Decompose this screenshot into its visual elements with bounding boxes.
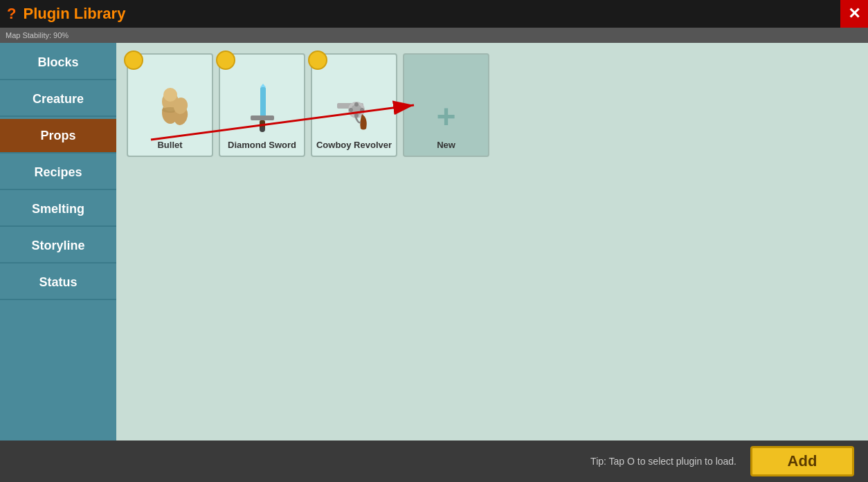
- main-layout: Blocks Creature Props Recipes Smelting S…: [0, 43, 868, 441]
- sidebar-item-storyline[interactable]: Storyline: [0, 229, 116, 263]
- breadcrumb-bar: Map Stability: 90%: [0, 28, 868, 43]
- diamond-sword-label: Diamond Sword: [228, 140, 296, 150]
- plus-icon: +: [436, 98, 455, 136]
- breadcrumb: Map Stability: 90%: [6, 31, 69, 39]
- sidebar-item-recipes[interactable]: Recipes: [0, 156, 116, 190]
- bottom-bar: Tip: Tap O to select plugin to load. Add: [0, 441, 868, 482]
- plugin-grid: Bullet: [127, 53, 858, 157]
- cowboy-revolver-badge: [308, 50, 327, 70]
- content-area: Bullet: [116, 43, 868, 441]
- svg-point-14: [354, 102, 359, 106]
- plugin-card-cowboy-revolver[interactable]: Cowboy Revolver: [311, 53, 397, 157]
- sidebar: Blocks Creature Props Recipes Smelting S…: [0, 43, 116, 441]
- sidebar-item-smelting[interactable]: Smelting: [0, 192, 116, 227]
- app-title: Plugin Library: [23, 5, 125, 23]
- svg-rect-8: [251, 115, 274, 120]
- new-label: New: [437, 140, 455, 150]
- header: ? Plugin Library ✕: [0, 0, 868, 28]
- bullet-label: Bullet: [157, 140, 182, 150]
- bullet-badge: [124, 50, 143, 70]
- sidebar-item-creature[interactable]: Creature: [0, 82, 116, 117]
- diamond-sword-badge: [216, 50, 235, 70]
- sword-icon: [235, 80, 290, 136]
- svg-marker-7: [260, 84, 266, 87]
- svg-rect-6: [260, 87, 266, 118]
- close-button[interactable]: ✕: [840, 0, 868, 28]
- bullet-icon: [143, 80, 198, 136]
- sidebar-item-props[interactable]: Props: [0, 119, 116, 154]
- cowboy-revolver-label: Cowboy Revolver: [316, 140, 392, 150]
- svg-point-17: [360, 108, 364, 112]
- revolver-icon: [327, 80, 382, 136]
- sidebar-item-status[interactable]: Status: [0, 266, 116, 300]
- sidebar-item-blocks[interactable]: Blocks: [0, 46, 116, 80]
- svg-point-10: [260, 127, 265, 132]
- plugin-card-diamond-sword[interactable]: Diamond Sword: [219, 53, 305, 157]
- svg-point-2: [163, 88, 177, 102]
- help-icon[interactable]: ?: [7, 5, 16, 23]
- add-button[interactable]: Add: [750, 446, 854, 476]
- plugin-card-new[interactable]: + New: [403, 53, 489, 157]
- svg-point-16: [349, 108, 353, 112]
- tip-text: Tip: Tap O to select plugin to load.: [590, 456, 736, 467]
- plugin-card-bullet[interactable]: Bullet: [127, 53, 213, 157]
